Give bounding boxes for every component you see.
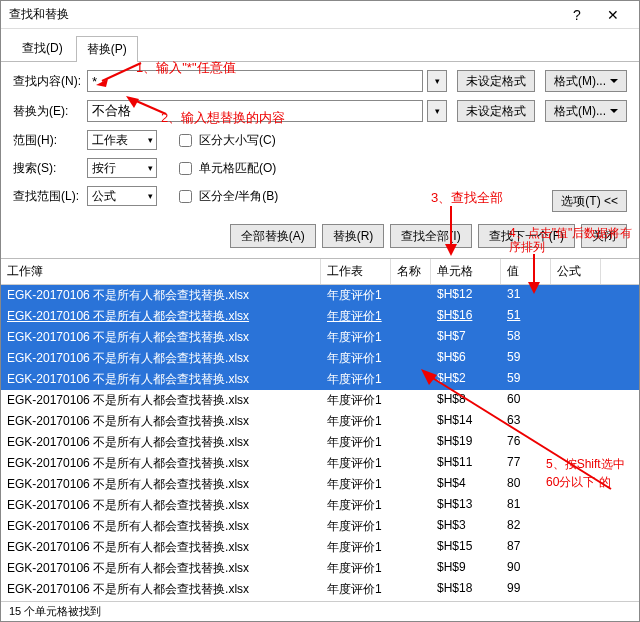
replace-input[interactable] xyxy=(87,100,423,122)
help-button[interactable]: ? xyxy=(559,2,595,28)
results-body[interactable]: EGK-20170106 不是所有人都会查找替换.xlsx年度评价1$H$123… xyxy=(1,285,639,601)
results-list: 工作簿 工作表 名称 单元格 值 公式 EGK-20170106 不是所有人都会… xyxy=(1,259,639,601)
result-row[interactable]: EGK-20170106 不是所有人都会查找替换.xlsx年度评价1$H$189… xyxy=(1,579,639,600)
result-row[interactable]: EGK-20170106 不是所有人都会查找替换.xlsx年度评价1$H$117… xyxy=(1,453,639,474)
tabs: 查找(D) 替换(P) xyxy=(1,29,639,62)
match-case-label: 区分大小写(C) xyxy=(199,132,276,149)
row-workbook: EGK-20170106 不是所有人都会查找替换.xlsx xyxy=(1,432,321,453)
col-sheet[interactable]: 工作表 xyxy=(321,259,391,284)
find-input[interactable] xyxy=(87,70,423,92)
result-row[interactable]: EGK-20170106 不是所有人都会查找替换.xlsx年度评价1$H$259 xyxy=(1,369,639,390)
tab-replace[interactable]: 替换(P) xyxy=(76,36,138,62)
result-row[interactable]: EGK-20170106 不是所有人都会查找替换.xlsx年度评价1$H$138… xyxy=(1,495,639,516)
result-row[interactable]: EGK-20170106 不是所有人都会查找替换.xlsx年度评价1$H$146… xyxy=(1,411,639,432)
result-row[interactable]: EGK-20170106 不是所有人都会查找替换.xlsx年度评价1$H$758 xyxy=(1,327,639,348)
find-all-button[interactable]: 查找全部(I) xyxy=(390,224,471,248)
row-name xyxy=(391,453,431,474)
row-cell: $H$3 xyxy=(431,516,501,537)
row-formula xyxy=(551,411,601,432)
row-cell: $H$14 xyxy=(431,411,501,432)
match-entire-checkbox[interactable] xyxy=(179,162,192,175)
row-name xyxy=(391,558,431,579)
row-cell: $H$13 xyxy=(431,495,501,516)
tab-find[interactable]: 查找(D) xyxy=(11,35,74,61)
row-formula xyxy=(551,432,601,453)
col-value[interactable]: 值 xyxy=(501,259,551,284)
find-history-dropdown[interactable]: ▾ xyxy=(427,70,447,92)
close-button[interactable]: 关闭 xyxy=(581,224,627,248)
result-row[interactable]: EGK-20170106 不是所有人都会查找替换.xlsx年度评价1$H$480 xyxy=(1,474,639,495)
row-formula xyxy=(551,348,601,369)
result-row[interactable]: EGK-20170106 不是所有人都会查找替换.xlsx年度评价1$H$382 xyxy=(1,516,639,537)
result-row[interactable]: EGK-20170106 不是所有人都会查找替换.xlsx年度评价1$H$123… xyxy=(1,285,639,306)
row-workbook: EGK-20170106 不是所有人都会查找替换.xlsx xyxy=(1,537,321,558)
row-formula xyxy=(551,306,601,327)
row-value: 60 xyxy=(501,390,551,411)
row-cell: $H$15 xyxy=(431,537,501,558)
row-sheet: 年度评价1 xyxy=(321,579,391,600)
search-direction-select[interactable]: 按行 xyxy=(87,158,157,178)
row-value: 76 xyxy=(501,432,551,453)
result-row[interactable]: EGK-20170106 不是所有人都会查找替换.xlsx年度评价1$H$860 xyxy=(1,390,639,411)
match-width-label: 区分全/半角(B) xyxy=(199,188,278,205)
result-row[interactable]: EGK-20170106 不是所有人都会查找替换.xlsx年度评价1$H$165… xyxy=(1,306,639,327)
within-select[interactable]: 工作表 xyxy=(87,130,157,150)
row-workbook: EGK-20170106 不是所有人都会查找替换.xlsx xyxy=(1,348,321,369)
row-workbook: EGK-20170106 不是所有人都会查找替换.xlsx xyxy=(1,327,321,348)
match-width-checkbox[interactable] xyxy=(179,190,192,203)
lookin-select[interactable]: 公式 xyxy=(87,186,157,206)
row-cell: $H$8 xyxy=(431,390,501,411)
row-cell: $H$4 xyxy=(431,474,501,495)
search-label: 搜索(S): xyxy=(13,160,83,177)
match-case-checkbox[interactable] xyxy=(179,134,192,147)
replace-history-dropdown[interactable]: ▾ xyxy=(427,100,447,122)
col-name[interactable]: 名称 xyxy=(391,259,431,284)
button-row: 全部替换(A) 替换(R) 查找全部(I) 查找下一个(F) 关闭 xyxy=(1,218,639,259)
row-name xyxy=(391,348,431,369)
find-next-button[interactable]: 查找下一个(F) xyxy=(478,224,575,248)
result-row[interactable]: EGK-20170106 不是所有人都会查找替换.xlsx年度评价1$H$197… xyxy=(1,432,639,453)
row-value: 51 xyxy=(501,306,551,327)
row-sheet: 年度评价1 xyxy=(321,495,391,516)
row-formula xyxy=(551,369,601,390)
row-formula xyxy=(551,390,601,411)
row-sheet: 年度评价1 xyxy=(321,369,391,390)
find-format-button[interactable]: 格式(M)... xyxy=(545,70,627,92)
result-row[interactable]: EGK-20170106 不是所有人都会查找替换.xlsx年度评价1$H$990 xyxy=(1,558,639,579)
result-row[interactable]: EGK-20170106 不是所有人都会查找替换.xlsx年度评价1$H$659 xyxy=(1,348,639,369)
row-name xyxy=(391,285,431,306)
row-sheet: 年度评价1 xyxy=(321,474,391,495)
row-workbook: EGK-20170106 不是所有人都会查找替换.xlsx xyxy=(1,516,321,537)
col-formula[interactable]: 公式 xyxy=(551,259,601,284)
row-sheet: 年度评价1 xyxy=(321,537,391,558)
row-sheet: 年度评价1 xyxy=(321,516,391,537)
row-value: 31 xyxy=(501,285,551,306)
row-name xyxy=(391,306,431,327)
options-toggle-button[interactable]: 选项(T) << xyxy=(552,190,627,212)
row-value: 77 xyxy=(501,453,551,474)
row-sheet: 年度评价1 xyxy=(321,411,391,432)
match-entire-label: 单元格匹配(O) xyxy=(199,160,276,177)
row-cell: $H$16 xyxy=(431,306,501,327)
replace-format-button[interactable]: 格式(M)... xyxy=(545,100,627,122)
row-value: 63 xyxy=(501,411,551,432)
row-workbook: EGK-20170106 不是所有人都会查找替换.xlsx xyxy=(1,306,321,327)
col-workbook[interactable]: 工作簿 xyxy=(1,259,321,284)
row-cell: $H$6 xyxy=(431,348,501,369)
within-label: 范围(H): xyxy=(13,132,83,149)
result-row[interactable]: EGK-20170106 不是所有人都会查找替换.xlsx年度评价1$H$158… xyxy=(1,537,639,558)
row-formula xyxy=(551,579,601,600)
col-cell[interactable]: 单元格 xyxy=(431,259,501,284)
replace-format-preview[interactable]: 未设定格式 xyxy=(457,100,535,122)
close-icon[interactable]: ✕ xyxy=(595,2,631,28)
row-value: 81 xyxy=(501,495,551,516)
row-name xyxy=(391,474,431,495)
replace-button[interactable]: 替换(R) xyxy=(322,224,385,248)
row-cell: $H$19 xyxy=(431,432,501,453)
row-value: 99 xyxy=(501,579,551,600)
row-sheet: 年度评价1 xyxy=(321,285,391,306)
replace-all-button[interactable]: 全部替换(A) xyxy=(230,224,316,248)
row-formula xyxy=(551,537,601,558)
row-formula xyxy=(551,285,601,306)
find-format-preview[interactable]: 未设定格式 xyxy=(457,70,535,92)
